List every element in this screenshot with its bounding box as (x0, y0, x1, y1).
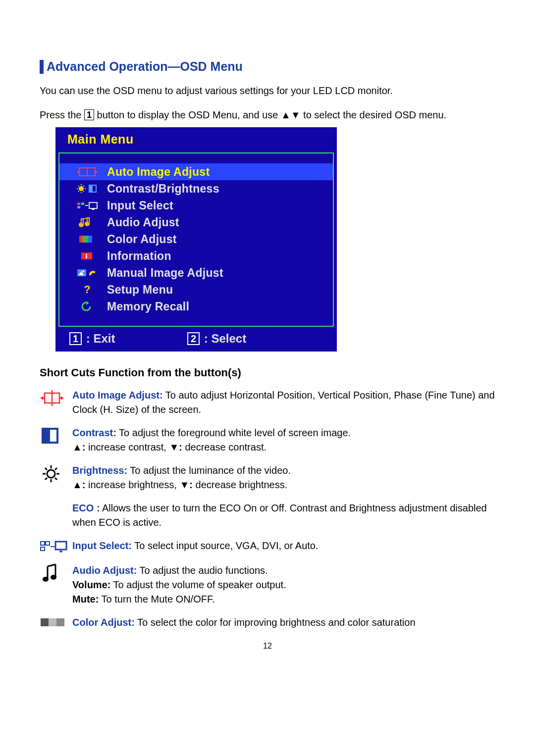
color-adjust-icon (72, 233, 102, 246)
osd-panel: Auto Image Adjust Contrast/Brightness (58, 152, 334, 327)
auto-image-adjust-entry-icon (40, 388, 72, 417)
osd-key-1: 1 (69, 332, 82, 345)
svg-rect-28 (82, 236, 88, 243)
osd-item-audio-adjust[interactable]: Audio Adjust (59, 214, 333, 231)
svg-line-53 (55, 468, 57, 470)
svg-rect-58 (55, 542, 66, 550)
svg-rect-31 (86, 256, 87, 258)
svg-rect-17 (89, 185, 93, 192)
svg-text:?: ? (84, 284, 90, 295)
term-input: Input Select: (72, 540, 132, 551)
term-eco: ECO : (72, 503, 100, 513)
setup-menu-icon: ? (72, 283, 102, 296)
svg-point-7 (79, 186, 84, 191)
eco-empty-icon (40, 501, 72, 530)
bright-up-key: ▲: (72, 479, 85, 490)
intro-1a: You can use the OSD menu to adjust vario… (40, 85, 313, 96)
osd-item-manual-image-adjust[interactable]: Manual Image Adjust (59, 264, 333, 281)
input-select-icon (72, 199, 102, 212)
osd-menu-screenshot: Main Menu Auto Image Adjust (55, 127, 337, 352)
osd-label: Auto Image Adjust (107, 165, 210, 179)
term-auto: Auto Image Adjust: (72, 390, 163, 401)
intro-2b: button to display the OSD Menu, and use … (94, 109, 446, 120)
desc-eco: Allows the user to turn the ECO On or Of… (72, 503, 487, 528)
section-title: Advanced Operation—OSD Menu (47, 59, 243, 74)
svg-rect-20 (81, 202, 84, 205)
osd-label: Manual Image Adjust (107, 266, 223, 280)
osd-item-color-adjust[interactable]: Color Adjust (59, 231, 333, 248)
svg-rect-22 (89, 202, 97, 208)
svg-line-15 (84, 186, 85, 187)
osd-key-2: 2 (187, 332, 200, 345)
color-adjust-entry-icon (40, 615, 72, 630)
osd-title: Main Menu (67, 132, 334, 147)
contrast-dn: decrease contrast. (182, 442, 267, 453)
audio-vol-key: Volume: (72, 579, 110, 590)
heading-accent-bar (40, 60, 44, 74)
svg-rect-44 (43, 429, 50, 443)
osd-label: Color Adjust (107, 233, 177, 246)
svg-marker-41 (41, 396, 43, 400)
audio-adjust-entry-icon (40, 563, 72, 606)
audio-adjust-icon (72, 216, 102, 229)
osd-footer-exit: : Exit (86, 332, 115, 345)
svg-marker-42 (61, 396, 63, 400)
intro-1c: . (390, 85, 393, 96)
intro-1b: LED LCD monitor (313, 85, 390, 96)
osd-label: Memory Recall (107, 300, 189, 313)
osd-label: Information (107, 250, 171, 263)
entry-audio-adjust: Audio Adjust: To adjust the audio functi… (40, 563, 495, 606)
svg-marker-36 (86, 301, 89, 305)
svg-rect-54 (41, 542, 45, 545)
bright-dn: decrease brightness. (193, 479, 287, 490)
audio-mute-key: Mute: (72, 594, 99, 605)
information-icon (72, 250, 102, 262)
svg-line-12 (78, 186, 79, 187)
svg-point-24 (80, 223, 83, 227)
osd-item-setup-menu[interactable]: ? Setup Menu (59, 281, 333, 298)
osd-label: Audio Adjust (107, 216, 179, 229)
svg-line-13 (84, 191, 85, 192)
term-bright: Brightness: (72, 465, 127, 476)
svg-line-52 (45, 478, 47, 480)
osd-item-auto-image-adjust[interactable]: Auto Image Adjust (59, 163, 333, 180)
svg-rect-63 (49, 618, 56, 626)
contrast-brightness-icon (72, 182, 102, 195)
svg-point-34 (82, 270, 84, 272)
audio-mute: To turn the Mute ON/OFF. (99, 594, 214, 605)
osd-footer-select: : Select (204, 332, 246, 345)
entry-eco: ECO : Allows the user to turn the ECO On… (40, 501, 495, 530)
entry-color-adjust: Color Adjust: To select the color for im… (40, 615, 495, 630)
audio-vol: To adjust the volume of speaker output. (110, 579, 286, 590)
svg-rect-64 (56, 618, 64, 626)
osd-item-input-select[interactable]: Input Select (59, 197, 333, 214)
svg-point-25 (86, 222, 89, 226)
svg-point-60 (43, 577, 49, 582)
contrast-up: increase contrast, (85, 442, 169, 453)
svg-rect-18 (77, 202, 80, 205)
svg-rect-19 (77, 206, 80, 208)
bright-dn-key: ▼: (180, 479, 193, 490)
svg-line-51 (55, 478, 57, 480)
intro-line-2: Press the 1 button to display the OSD Me… (40, 108, 495, 122)
osd-item-memory-recall[interactable]: Memory Recall (59, 298, 333, 315)
svg-point-61 (51, 575, 56, 580)
entry-auto-image-adjust: Auto Image Adjust: To auto adjust Horizo… (40, 388, 495, 417)
svg-line-14 (78, 191, 79, 192)
bright-up: increase brightness, (85, 479, 179, 490)
osd-label: Input Select (107, 199, 173, 212)
svg-rect-62 (41, 618, 49, 626)
entry-input-select: Input Select: To select input source, VG… (40, 539, 495, 554)
key-1-button: 1 (84, 109, 94, 120)
osd-item-contrast-brightness[interactable]: Contrast/Brightness (59, 180, 333, 197)
osd-item-information[interactable]: Information (59, 248, 333, 264)
contrast-dn-key: ▼: (169, 442, 182, 453)
input-select-entry-icon (40, 539, 72, 554)
contrast-entry-icon (40, 426, 72, 454)
entry-brightness: Brightness: To adjust the luminance of t… (40, 463, 495, 492)
desc-bright: To adjust the luminance of the video. (127, 465, 291, 476)
auto-image-adjust-icon (72, 165, 102, 178)
shortcuts-title: Short Cuts Function from the button(s) (40, 366, 495, 379)
term-color: Color Adjust: (72, 617, 135, 628)
svg-rect-55 (41, 547, 45, 551)
